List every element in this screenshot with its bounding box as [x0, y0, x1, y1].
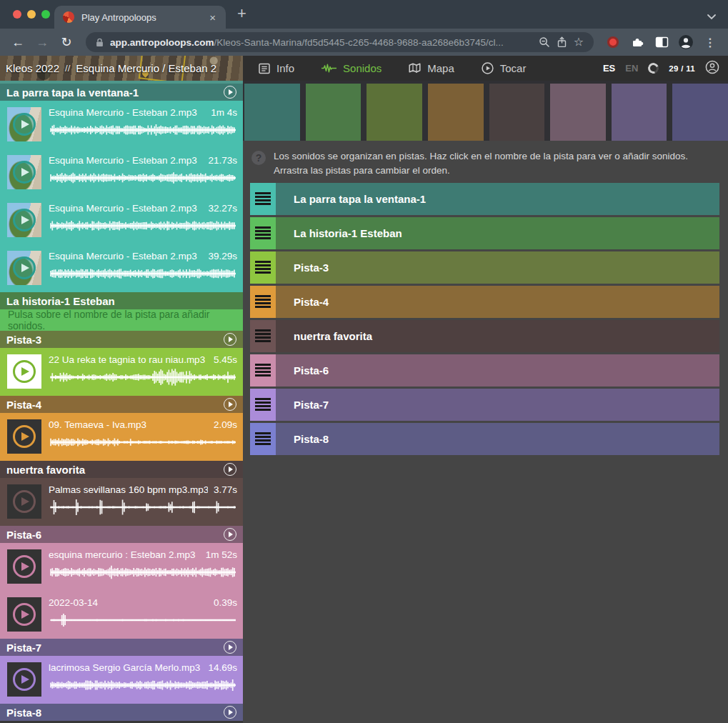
track-color-swatch[interactable]: [306, 84, 361, 141]
record-indicator[interactable]: [607, 36, 619, 48]
play-sound-icon[interactable]: [13, 360, 36, 383]
track-color-swatch[interactable]: [489, 84, 545, 141]
sound-item[interactable]: esquina mercurio : Esteban 2.mp3 1m 52s: [0, 543, 243, 591]
track-header[interactable]: nuertra favorita: [0, 461, 243, 478]
sound-thumbnail[interactable]: [7, 484, 41, 519]
drag-handle[interactable]: [250, 217, 276, 249]
play-track-icon[interactable]: [224, 86, 236, 99]
track-header[interactable]: La parra tapa la ventana-1: [0, 84, 243, 101]
play-sound-icon[interactable]: [13, 490, 36, 513]
profile-avatar[interactable]: [675, 34, 697, 50]
sound-thumbnail[interactable]: [7, 662, 41, 697]
track-row[interactable]: Pista-7: [250, 389, 719, 421]
track-color-swatch[interactable]: [612, 84, 667, 141]
drag-handle[interactable]: [250, 354, 276, 387]
drag-handle[interactable]: [250, 251, 276, 284]
play-track-icon[interactable]: [224, 706, 236, 719]
reload-button[interactable]: ↻: [56, 36, 77, 49]
play-sound-icon[interactable]: [13, 668, 36, 691]
play-sound-icon[interactable]: [13, 425, 36, 448]
track-header[interactable]: Pista-3: [0, 331, 243, 348]
track-row[interactable]: nuertra favorita: [250, 320, 719, 352]
track-color-swatch[interactable]: [550, 84, 606, 141]
drag-handle[interactable]: [250, 423, 276, 455]
track-color-swatch[interactable]: [244, 84, 300, 141]
track-row-label: Pista-3: [276, 251, 719, 284]
grip-icon: [255, 432, 271, 445]
play-sound-icon[interactable]: [13, 555, 36, 578]
track-row[interactable]: Pista-3: [250, 251, 719, 284]
play-sound-icon[interactable]: [13, 113, 36, 136]
tab-search-chevron-icon[interactable]: [707, 10, 717, 23]
track-color-swatch[interactable]: [428, 84, 484, 141]
sound-thumbnail[interactable]: [7, 203, 41, 237]
tab-mapa[interactable]: Mapa: [409, 62, 454, 74]
play-track-icon[interactable]: [224, 463, 236, 476]
sound-title: lacrimosa Sergio García Merlo.mp3: [49, 662, 202, 673]
play-track-icon[interactable]: [224, 641, 236, 654]
track-header[interactable]: Pista-8: [0, 704, 243, 721]
drag-handle[interactable]: [250, 320, 276, 352]
track-row[interactable]: Pista-8: [250, 423, 719, 455]
sound-item[interactable]: Palmas sevillanas 160 bpm mp3.mp3 3.77s: [0, 478, 243, 526]
track-row[interactable]: La parra tapa la ventana-1: [250, 183, 719, 215]
play-sound-icon[interactable]: [13, 256, 36, 279]
track-color-swatch[interactable]: [672, 84, 728, 141]
sound-item[interactable]: Esquina Mercurio - Esteban 2.mp3 21.73s: [0, 149, 243, 196]
play-sound-icon[interactable]: [13, 161, 36, 184]
back-button[interactable]: ←: [7, 36, 29, 49]
track-header[interactable]: La historia-1 Esteban: [0, 292, 243, 309]
close-window-button[interactable]: [13, 10, 21, 19]
play-track-icon[interactable]: [224, 528, 236, 541]
play-track-icon[interactable]: [224, 333, 236, 346]
sound-thumbnail[interactable]: [7, 354, 41, 389]
close-tab-icon[interactable]: ×: [208, 11, 217, 24]
sound-thumbnail[interactable]: [7, 251, 41, 285]
tab-tocar[interactable]: Tocar: [482, 62, 527, 74]
lang-es[interactable]: ES: [603, 63, 615, 74]
sound-thumbnail[interactable]: [7, 419, 41, 454]
lang-en[interactable]: EN: [625, 63, 638, 74]
share-icon[interactable]: [557, 36, 567, 48]
drag-handle[interactable]: [250, 183, 276, 215]
sound-item[interactable]: lacrimosa Sergio García Merlo.mp3 14.69s: [0, 656, 243, 704]
minimize-window-button[interactable]: [27, 10, 36, 19]
track-row[interactable]: Pista-6: [250, 354, 719, 387]
browser-menu-icon[interactable]: ⋮: [699, 36, 721, 49]
sound-item[interactable]: 22 Ua reka te tagnia to rau niau.mp3 5.4…: [0, 348, 243, 396]
extensions-puzzle-icon[interactable]: [627, 36, 648, 49]
drag-handle[interactable]: [250, 286, 276, 318]
sound-thumbnail[interactable]: [7, 597, 41, 632]
play-sound-icon[interactable]: [13, 209, 36, 231]
sound-waveform: [49, 167, 237, 189]
track-row[interactable]: Pista-4: [250, 286, 719, 318]
forward-button[interactable]: →: [31, 36, 53, 49]
track-header[interactable]: Pista-4: [0, 396, 243, 413]
track-header[interactable]: Pista-6: [0, 526, 243, 543]
new-tab-button[interactable]: +: [237, 6, 246, 21]
tab-info[interactable]: Info: [259, 62, 294, 74]
address-bar[interactable]: app.antropoloops.com/Kleos-Santa-Marina/…: [86, 32, 594, 52]
sound-thumbnail[interactable]: [7, 549, 41, 584]
tab-sonidos[interactable]: Sonidos: [321, 62, 382, 74]
sound-item[interactable]: Esquina Mercurio - Esteban 2.mp3 32.27s: [0, 196, 243, 244]
sound-thumbnail[interactable]: [7, 107, 41, 141]
track-header[interactable]: Pista-7: [0, 639, 243, 656]
track-color-swatch[interactable]: [367, 84, 422, 141]
play-track-icon[interactable]: [224, 398, 236, 411]
bookmark-star-icon[interactable]: ☆: [574, 36, 584, 48]
side-panel-icon[interactable]: [651, 36, 672, 48]
zoom-out-icon[interactable]: [539, 36, 550, 48]
sound-item[interactable]: 2022-03-14 0.39s: [0, 591, 243, 639]
play-sound-icon[interactable]: [13, 603, 36, 626]
browser-tab[interactable]: Play Antropoloops ×: [54, 6, 226, 29]
fullscreen-window-button[interactable]: [41, 10, 50, 19]
drag-handle[interactable]: [250, 389, 276, 421]
sound-thumbnail[interactable]: [7, 155, 41, 189]
project-name[interactable]: Kleos 2022: [6, 62, 59, 74]
sound-item[interactable]: Esquina Mercurio - Esteban 2.mp3 39.29s: [0, 244, 243, 292]
sound-item[interactable]: 09. Temaeva - Iva.mp3 2.09s: [0, 413, 243, 461]
account-icon[interactable]: [705, 60, 719, 77]
track-row[interactable]: La historia-1 Esteban: [250, 217, 719, 249]
sound-item[interactable]: Esquina Mercurio - Esteban 2.mp3 1m 4s: [0, 101, 243, 149]
